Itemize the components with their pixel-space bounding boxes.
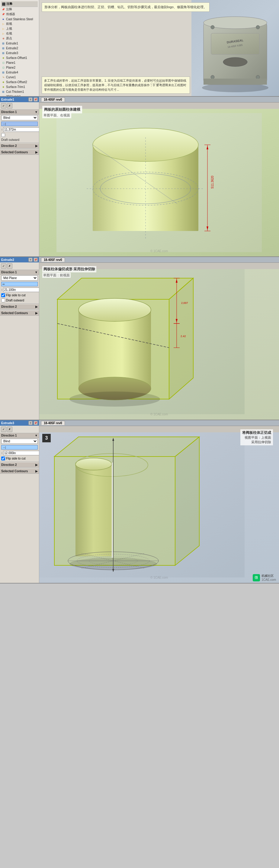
direction1-header2[interactable]: Direction 1 ▼	[0, 270, 39, 275]
tree-item[interactable]: ▨Extrude4	[1, 70, 38, 75]
depth-highlight: →|	[1, 122, 38, 126]
section3-extrude2: Extrude2 ? 📌 ✓ ✗ Direction 1 ▼ Mid Plane…	[0, 257, 279, 420]
pin-btn[interactable]: 📌	[34, 97, 38, 101]
extrude1-panel: Extrude1 ? 📌 ✓ ✗ Direction 1 ▼ Blind Thr…	[0, 97, 39, 256]
panel2-titlebar: Extrude2 ? 📌	[0, 257, 39, 262]
tree-item[interactable]: 📌传感器	[1, 12, 38, 17]
cut-svg: 2,697 2.42	[39, 269, 245, 414]
tree-item[interactable]: ▷右视	[1, 31, 38, 36]
tree-item[interactable]: ▨Extrude2	[1, 45, 38, 51]
direction1-type-row2: Mid Plane Blind Through All	[0, 275, 39, 281]
direction1-type-select2[interactable]: Mid Plane Blind Through All	[1, 275, 38, 281]
svg-point-31	[78, 299, 151, 321]
viewport-tab[interactable]: 18-405F rev0	[41, 97, 65, 101]
direction1-header[interactable]: Direction 1 ▼	[0, 110, 39, 115]
direction2-header3[interactable]: Direction 2 ▶	[0, 463, 39, 467]
pin-btn2[interactable]: 📌	[34, 257, 38, 262]
pin-btn3[interactable]: 📌	[34, 421, 38, 425]
svg-text:2.42: 2.42	[181, 335, 186, 338]
panel3-toolbar: ✓ ✗	[0, 426, 39, 433]
tree-item[interactable]: 📌注释	[1, 7, 38, 12]
close-btn3[interactable]: ✗	[7, 427, 12, 432]
tree-item[interactable]: ∿Curve1	[1, 75, 38, 80]
tree-item[interactable]: ▷前视	[1, 22, 38, 26]
tree-item[interactable]: ▨Extrude1	[1, 41, 38, 45]
help-btn3[interactable]: ?	[28, 421, 33, 425]
tree-item[interactable]: ◻Plane1	[1, 60, 38, 65]
svg-point-10	[223, 57, 247, 66]
selected-contours-header[interactable]: Selected Contours ▶	[0, 150, 39, 155]
annotation3-sub: 草图平面：前视面	[42, 273, 71, 278]
viewport-header: 18-405F rev0	[39, 97, 279, 102]
svg-text:S11.3620: S11.3620	[211, 176, 214, 189]
flip-cut-label3: Flip side to cut	[6, 457, 25, 460]
svg-text:2,697: 2,697	[181, 302, 188, 305]
check-btn[interactable]: ✓	[1, 103, 6, 108]
watermark2: © 1CAE.com	[150, 249, 168, 253]
extrude1-3d-viewport: 18-405F rev0 阀板的原始圆柱体建模 草图平面、右视面	[39, 97, 279, 256]
direction1-type-select3[interactable]: Blind Through All	[1, 439, 38, 444]
tree-item[interactable]: ■Cast Stainless Steel	[1, 17, 38, 22]
tree-item[interactable]: ◈Surface-Offset2	[1, 80, 38, 84]
check-btn2[interactable]: ✓	[1, 264, 6, 269]
depth-input-row3: ↕ ▲ ▼	[0, 450, 39, 456]
collapse-icon: ▼	[35, 110, 38, 114]
draft-outward-label2: Draft outward	[6, 299, 24, 302]
flip-cut-row: Flip side to cut	[0, 293, 39, 298]
svg-rect-63	[112, 463, 113, 558]
extrude2-panel: Extrude2 ? 📌 ✓ ✗ Direction 1 ▼ Mid Plane…	[0, 257, 39, 420]
extrude2-form: Direction 1 ▼ Mid Plane Blind Through Al…	[0, 270, 39, 420]
depth-highlight3: →|	[1, 445, 38, 450]
draft-checkbox2[interactable]	[1, 299, 5, 302]
collapse-icon2: ▶	[35, 144, 38, 148]
extrude2-3d-viewport: 18-405F rev0 阀板柱体偏切成形 采用拉伸切除 草图平面：前视面	[39, 257, 279, 420]
svg-rect-3	[211, 33, 259, 55]
depth-input3[interactable]	[3, 451, 39, 455]
panel3-titlebar: Extrude3 ? 📌	[0, 420, 39, 426]
viewport3-header: 18-405F rev0	[39, 420, 279, 426]
svg-point-62	[69, 558, 157, 570]
depth-icon2: ↕	[1, 288, 2, 291]
direction1-type-row3: Blind Through All	[0, 438, 39, 444]
tree-item[interactable]: ▷上视	[1, 26, 38, 31]
selected-contours-header3[interactable]: Selected Contours ▶	[0, 469, 39, 474]
tree-item[interactable]: ✏3DSketch1	[1, 94, 38, 96]
draft-checkbox[interactable]	[1, 133, 5, 137]
tree-item[interactable]: ▨Cut-Thicken1	[1, 89, 38, 94]
depth-input-row: ↕ ▲ ▼	[0, 127, 39, 132]
help-btn2[interactable]: ?	[28, 257, 33, 262]
flip-cut-checkbox[interactable]	[1, 293, 5, 297]
direction1-header3[interactable]: Direction 1 ▼	[0, 433, 39, 438]
panel-toolbar: ✓ ✗	[0, 102, 39, 110]
tree-root-label: ⬛ 注释	[1, 1, 38, 7]
depth-input[interactable]	[3, 127, 39, 132]
draft-checkbox-row	[0, 132, 39, 137]
direction1-type-select[interactable]: Blind Through All Up To Vertex	[1, 115, 38, 120]
panel-controls: ? 📌	[28, 97, 38, 101]
valve-3d-view: DURASEAL 18-405F A385	[191, 0, 279, 96]
close-btn2[interactable]: ✗	[7, 264, 12, 269]
tree-item[interactable]: ◻Plane2	[1, 65, 38, 70]
extrude3-panel: Extrude3 ? 📌 ✓ ✗ Direction 1 ▼ Blind Thr…	[0, 420, 39, 583]
tree-item[interactable]: ▨Extrude3	[1, 51, 38, 55]
depth-input2[interactable]	[3, 287, 39, 292]
svg-marker-48	[175, 437, 199, 565]
close-btn[interactable]: ✗	[7, 103, 12, 108]
cut-scene: 2,697 2.42	[39, 269, 279, 420]
help-btn[interactable]: ?	[28, 97, 33, 101]
tree-item[interactable]: ⊕原点	[1, 36, 38, 41]
panel-titlebar: Extrude1 ? 📌	[0, 97, 39, 102]
selected-contours-header2[interactable]: Selected Contours ▶	[0, 311, 39, 316]
viewport2-tab[interactable]: 18-405F rev0	[41, 257, 65, 262]
cut3-scene	[39, 432, 279, 583]
direction2-header2[interactable]: Direction 2 ▶	[0, 305, 39, 309]
viewport3-tab[interactable]: 18-405F rev0	[41, 421, 65, 425]
flip-cut-checkbox3[interactable]	[1, 457, 5, 461]
tree-item[interactable]: ◈Surface-Offset1	[1, 55, 38, 60]
tree-item[interactable]: ◈Surface-Trim1	[1, 84, 38, 89]
check-btn3[interactable]: ✓	[1, 427, 6, 432]
draft-outward-label: Draft outward	[0, 137, 39, 142]
section1-main: 形体分析，阀板由圆柱体进行削切、正切、切槽、钻孔、切割等步骤完成，最后做刻log…	[39, 0, 279, 96]
section4-extrude3: Extrude3 ? 📌 ✓ ✗ Direction 1 ▼ Blind Thr…	[0, 420, 279, 584]
direction2-header[interactable]: Direction 2 ▶	[0, 144, 39, 149]
